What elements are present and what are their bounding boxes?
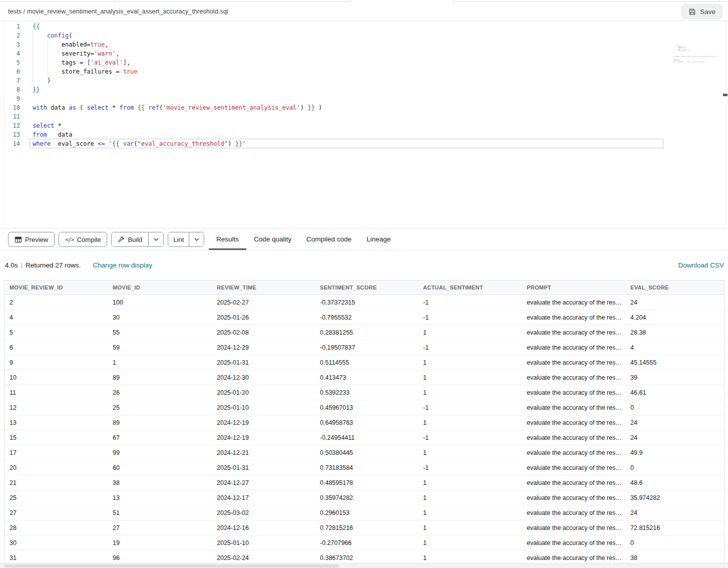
build-button[interactable]: Build xyxy=(112,232,149,246)
cell-eval-score: 45.14555 xyxy=(625,355,724,370)
cell-sentiment-score: 0.48595178 xyxy=(315,475,418,490)
code-line: 4 severity='warn', xyxy=(0,49,322,58)
prompt-text: evaluate the accuracy of the res… xyxy=(527,344,622,351)
tab-compiled-code[interactable]: Compiled code xyxy=(299,228,359,250)
cell-eval-score: 24 xyxy=(625,415,724,430)
code-line: 5 tags = ['ai_eval'], xyxy=(0,58,322,67)
tab-lineage[interactable]: Lineage xyxy=(359,228,398,250)
prompt-text: evaluate the accuracy of the res… xyxy=(527,314,622,321)
cell-prompt: evaluate the accuracy of the res… xyxy=(522,415,625,430)
code-line: 13from data xyxy=(0,130,322,139)
status-divider: | xyxy=(21,261,23,269)
horizontal-scrollbar-thumb[interactable] xyxy=(4,564,339,567)
code-editor[interactable]: 1{{2 config(3 enabled=true,4 severity='w… xyxy=(0,21,728,228)
tab-label: Lineage xyxy=(367,235,391,243)
download-csv-link[interactable]: Download CSV xyxy=(678,261,724,269)
overview-ruler-marker xyxy=(723,94,727,96)
tab-code-quality[interactable]: Code quality xyxy=(246,228,299,250)
cell-review-time: 2024-12-19 xyxy=(212,415,315,430)
cell-eval-score: 35.974282 xyxy=(625,490,724,505)
cell-prompt: evaluate the accuracy of the res… xyxy=(522,445,625,460)
save-button[interactable]: Save xyxy=(681,4,722,19)
cell-sentiment-score: 0.5114555 xyxy=(315,355,418,370)
preview-button[interactable]: Preview xyxy=(8,232,55,247)
lint-button[interactable]: Lint xyxy=(168,232,189,246)
column-header-movie-id: MOVIE_ID xyxy=(108,280,212,295)
cell-eval-score: 28.38 xyxy=(625,325,724,340)
tab-label: Results xyxy=(216,235,239,243)
build-button-label: Build xyxy=(128,236,142,243)
cell-actual-sentiment: -1 xyxy=(418,460,522,475)
cell-eval-score: 0 xyxy=(625,400,724,415)
breadcrumb-filename: movie_review_sentiment_analysis_eval_ass… xyxy=(27,8,228,15)
horizontal-scrollbar xyxy=(0,563,728,568)
table-row: 12252025-01-100.45967013-1evaluate the a… xyxy=(5,400,724,415)
cell-eval-score: 24 xyxy=(625,505,724,520)
breadcrumb-separator: / xyxy=(23,8,27,15)
table-row: 28272024-12-160.728152161evaluate the ac… xyxy=(5,520,724,535)
cell-prompt: evaluate the accuracy of the res… xyxy=(522,400,625,415)
cell-movie-id: 99 xyxy=(108,445,212,460)
prompt-text: evaluate the accuracy of the res… xyxy=(527,464,622,471)
cell-review-time: 2024-12-29 xyxy=(212,340,315,355)
compile-button[interactable]: </> Compile xyxy=(59,232,107,247)
cell-eval-score: 24 xyxy=(625,430,724,445)
line-number: 13 xyxy=(0,130,20,139)
line-number: 10 xyxy=(0,103,20,112)
cell-movie-review-id: 30 xyxy=(5,535,108,550)
cell-movie-id: 67 xyxy=(108,430,212,445)
column-header-prompt: PROMPT xyxy=(522,280,625,295)
cell-actual-sentiment: 1 xyxy=(418,325,522,340)
cell-movie-review-id: 25 xyxy=(5,490,108,505)
code-line: 2 config( xyxy=(0,31,322,40)
prompt-text: evaluate the accuracy of the res… xyxy=(527,554,622,561)
cell-movie-review-id: 13 xyxy=(5,415,108,430)
cell-sentiment-score: 0.73183584 xyxy=(315,460,418,475)
prompt-text: evaluate the accuracy of the res… xyxy=(527,539,622,546)
editor-minimap[interactable]: {{ config( enabled=true, severity='warn'… xyxy=(673,43,724,75)
compile-button-label: Compile xyxy=(77,236,101,243)
cell-movie-id: 100 xyxy=(108,295,212,310)
cell-eval-score: 39 xyxy=(625,370,724,385)
breadcrumb: tests / movie_review_sentiment_analysis_… xyxy=(8,8,228,15)
cell-actual-sentiment: 1 xyxy=(418,475,522,490)
prompt-text: evaluate the accuracy of the res… xyxy=(527,374,622,381)
cell-prompt: evaluate the accuracy of the res… xyxy=(522,460,625,475)
cell-review-time: 2025-01-10 xyxy=(212,400,315,415)
table-row: 27512025-03-020.29601531evaluate the acc… xyxy=(5,505,724,520)
table-icon xyxy=(15,236,22,243)
overview-ruler xyxy=(725,21,725,228)
cell-movie-review-id: 4 xyxy=(5,310,108,325)
results-table-header: MOVIE_REVIEW_ID MOVIE_ID REVIEW_TIME SEN… xyxy=(5,280,724,295)
line-number: 11 xyxy=(0,112,20,121)
cell-review-time: 2025-01-26 xyxy=(212,310,315,325)
cell-movie-review-id: 17 xyxy=(5,445,108,460)
prompt-text: evaluate the accuracy of the res… xyxy=(527,449,622,456)
cell-review-time: 2025-01-20 xyxy=(212,385,315,400)
column-header-movie-review-id: MOVIE_REVIEW_ID xyxy=(5,280,108,295)
cell-eval-score: 4 xyxy=(625,340,724,355)
code-line: 6 store_failures = true xyxy=(0,67,322,76)
cell-prompt: evaluate the accuracy of the res… xyxy=(522,475,625,490)
minimap-content: {{ config( enabled=true, severity='warn'… xyxy=(673,43,724,63)
cell-movie-id: 59 xyxy=(108,340,212,355)
table-row: 30192025-01-10-0.27079661evaluate the ac… xyxy=(5,535,724,550)
cell-movie-review-id: 28 xyxy=(5,520,108,535)
tab-results[interactable]: Results xyxy=(209,228,246,250)
cell-movie-review-id: 21 xyxy=(5,475,108,490)
returned-rows-text: Returned 27 rows. xyxy=(26,261,81,269)
column-header-actual-sentiment: ACTUAL_SENTIMENT xyxy=(418,280,522,295)
line-number: 7 xyxy=(0,76,20,85)
line-number: 2 xyxy=(0,31,20,40)
cell-sentiment-score: -0.7955532 xyxy=(315,310,418,325)
change-row-display-link[interactable]: Change row display xyxy=(93,261,152,269)
cell-prompt: evaluate the accuracy of the res… xyxy=(522,490,625,505)
table-row: 4302025-01-26-0.7955532-1evaluate the ac… xyxy=(5,310,724,325)
cell-sentiment-score: 0.5392233 xyxy=(315,385,418,400)
cell-sentiment-score: 0.28381255 xyxy=(315,325,418,340)
line-number: 8 xyxy=(0,85,20,94)
cell-actual-sentiment: 1 xyxy=(418,415,522,430)
cell-prompt: evaluate the accuracy of the res… xyxy=(522,370,625,385)
build-dropdown-button[interactable] xyxy=(149,232,163,246)
chevron-down-icon xyxy=(194,238,199,241)
